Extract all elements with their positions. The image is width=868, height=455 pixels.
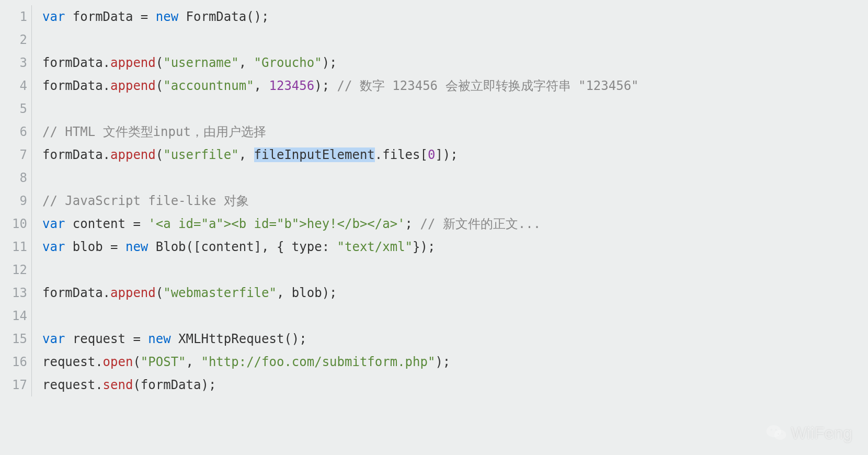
line-number: 8 [0, 166, 27, 189]
line-number: 17 [0, 373, 27, 396]
code-line [42, 28, 868, 51]
code-line: formData.append("username", "Groucho"); [42, 51, 868, 74]
code-line: var request = new XMLHttpRequest(); [42, 327, 868, 350]
line-number: 2 [0, 28, 27, 51]
code-line: request.open("POST", "http://foo.com/sub… [42, 350, 868, 373]
code-line: var content = '<a id="a"><b id="b">hey!<… [42, 212, 868, 235]
code-line [42, 258, 868, 281]
code-line: // JavaScript file-like 对象 [42, 189, 868, 212]
line-number: 5 [0, 97, 27, 120]
line-number: 16 [0, 350, 27, 373]
svg-point-1 [774, 430, 786, 440]
watermark-text: WiiFeng [791, 424, 852, 443]
line-number: 6 [0, 120, 27, 143]
line-number: 3 [0, 51, 27, 74]
svg-point-2 [770, 429, 772, 431]
code-container: 1 2 3 4 5 6 7 8 9 10 11 12 13 14 15 16 1… [0, 0, 868, 402]
svg-point-5 [781, 433, 783, 435]
line-number: 1 [0, 5, 27, 28]
code-line [42, 97, 868, 120]
line-number: 15 [0, 327, 27, 350]
code-line: var blob = new Blob([content], { type: "… [42, 235, 868, 258]
line-number: 10 [0, 212, 27, 235]
line-number: 11 [0, 235, 27, 258]
code-line: formData.append("accountnum", 123456); /… [42, 74, 868, 97]
line-number: 12 [0, 258, 27, 281]
selected-text: fileInputElement [254, 147, 375, 162]
line-number-gutter: 1 2 3 4 5 6 7 8 9 10 11 12 13 14 15 16 1… [0, 5, 31, 396]
line-number: 4 [0, 74, 27, 97]
code-line: // HTML 文件类型input，由用户选择 [42, 120, 868, 143]
svg-point-3 [775, 429, 777, 431]
watermark: WiiFeng [765, 422, 852, 445]
svg-point-4 [778, 433, 779, 435]
line-number: 9 [0, 189, 27, 212]
code-line: formData.append("userfile", fileInputEle… [42, 143, 868, 166]
code-line [42, 304, 868, 327]
code-line: request.send(formData); [42, 373, 868, 396]
code-area[interactable]: var formData = new FormData(); formData.… [31, 5, 868, 396]
code-line: formData.append("webmasterfile", blob); [42, 281, 868, 304]
line-number: 7 [0, 143, 27, 166]
line-number: 14 [0, 304, 27, 327]
wechat-icon [765, 422, 788, 445]
code-line: var formData = new FormData(); [42, 5, 868, 28]
line-number: 13 [0, 281, 27, 304]
code-line [42, 166, 868, 189]
